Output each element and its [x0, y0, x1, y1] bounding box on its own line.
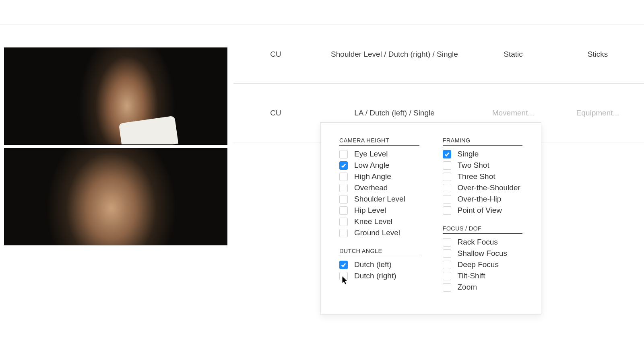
checkbox-icon[interactable] [443, 249, 451, 258]
option-label: Over-the-Shoulder [458, 183, 520, 192]
option-camera_height-3[interactable]: Overhead [339, 183, 419, 192]
equipment-cell[interactable]: Equipment... [555, 108, 640, 118]
dropdown-left-column: CAMERA HEIGHT Eye LevelLow AngleHigh Ang… [339, 137, 419, 302]
option-label: Three Shot [458, 172, 495, 181]
option-label: High Angle [354, 172, 391, 181]
angle-options-dropdown[interactable]: CAMERA HEIGHT Eye LevelLow AngleHigh Ang… [320, 122, 541, 315]
option-camera_height-0[interactable]: Eye Level [339, 150, 419, 158]
option-label: Rack Focus [458, 238, 498, 247]
checkbox-icon[interactable] [443, 173, 451, 181]
checkbox-icon[interactable] [339, 206, 348, 215]
option-framing-2[interactable]: Three Shot [443, 172, 523, 181]
thumbnail-column [0, 25, 233, 249]
checkbox-icon[interactable] [443, 184, 451, 192]
option-label: Eye Level [354, 150, 388, 158]
angle-cell[interactable]: Shoulder Level / Dutch (right) / Single [318, 49, 471, 60]
option-camera_height-7[interactable]: Ground Level [339, 228, 419, 237]
option-label: Zoom [458, 283, 477, 292]
shot-thumbnail-2[interactable] [4, 148, 227, 245]
checkbox-icon[interactable] [339, 150, 348, 158]
checkbox-icon[interactable] [339, 184, 348, 192]
checkbox-icon[interactable] [443, 195, 451, 204]
option-framing-5[interactable]: Point of View [443, 206, 523, 215]
section-title-camera-height: CAMERA HEIGHT [339, 137, 419, 146]
checkbox-icon[interactable] [443, 161, 451, 170]
checkbox-icon[interactable] [339, 261, 348, 269]
option-framing-0[interactable]: Single [443, 150, 523, 158]
option-focus_dof-0[interactable]: Rack Focus [443, 238, 523, 247]
framing-options: SingleTwo ShotThree ShotOver-the-Shoulde… [443, 150, 523, 215]
option-dutch_angle-1[interactable]: Dutch (right) [339, 272, 419, 280]
checkbox-icon[interactable] [443, 238, 451, 247]
checkbox-icon[interactable] [443, 150, 451, 158]
option-camera_height-4[interactable]: Shoulder Level [339, 195, 419, 204]
option-label: Dutch (left) [354, 260, 392, 269]
shot-size-cell[interactable]: CU [233, 108, 318, 118]
focus-dof-options: Rack FocusShallow FocusDeep FocusTilt-Sh… [443, 238, 523, 292]
option-label: Hip Level [354, 206, 386, 215]
option-camera_height-6[interactable]: Knee Level [339, 217, 419, 226]
option-label: Two Shot [458, 161, 489, 170]
movement-cell[interactable]: Static [471, 49, 555, 60]
option-framing-1[interactable]: Two Shot [443, 161, 523, 170]
movement-cell[interactable]: Movement... [471, 108, 555, 118]
option-label: Shoulder Level [354, 195, 405, 204]
option-label: Over-the-Hip [458, 195, 502, 204]
option-label: Overhead [354, 183, 388, 192]
option-label: Low Angle [354, 161, 390, 170]
shot-size-cell[interactable]: CU [233, 49, 318, 60]
option-label: Single [458, 150, 479, 158]
checkbox-icon[interactable] [339, 229, 348, 237]
option-label: Tilt-Shift [458, 272, 485, 280]
option-label: Deep Focus [458, 260, 499, 269]
option-focus_dof-2[interactable]: Deep Focus [443, 260, 523, 269]
checkbox-icon[interactable] [443, 261, 451, 269]
checkbox-icon[interactable] [443, 283, 451, 292]
shot-thumbnail-1[interactable] [4, 47, 227, 145]
checkbox-icon[interactable] [443, 272, 451, 280]
option-label: Dutch (right) [354, 272, 396, 280]
checkbox-icon[interactable] [339, 195, 348, 204]
option-camera_height-2[interactable]: High Angle [339, 172, 419, 181]
option-label: Ground Level [354, 228, 400, 237]
option-label: Shallow Focus [458, 249, 508, 258]
checkbox-icon[interactable] [339, 173, 348, 181]
section-title-focus-dof: FOCUS / DOF [443, 225, 523, 234]
option-dutch_angle-0[interactable]: Dutch (left) [339, 260, 419, 269]
section-title-dutch-angle: DUTCH ANGLE [339, 248, 419, 256]
option-label: Point of View [458, 206, 502, 215]
option-framing-4[interactable]: Over-the-Hip [443, 195, 523, 204]
checkbox-icon[interactable] [339, 272, 348, 280]
angle-cell[interactable]: LA / Dutch (left) / Single [318, 108, 471, 118]
option-camera_height-5[interactable]: Hip Level [339, 206, 419, 215]
header-spacer [0, 0, 644, 25]
option-framing-3[interactable]: Over-the-Shoulder [443, 183, 523, 192]
dropdown-right-column: FRAMING SingleTwo ShotThree ShotOver-the… [443, 137, 523, 302]
dutch-angle-options: Dutch (left)Dutch (right) [339, 260, 419, 280]
option-focus_dof-3[interactable]: Tilt-Shift [443, 272, 523, 280]
section-title-framing: FRAMING [443, 137, 523, 146]
equipment-cell[interactable]: Sticks [555, 49, 640, 60]
checkbox-icon[interactable] [339, 218, 348, 226]
table-row[interactable]: CU Shoulder Level / Dutch (right) / Sing… [233, 25, 644, 84]
checkbox-icon[interactable] [339, 161, 348, 170]
camera-height-options: Eye LevelLow AngleHigh AngleOverheadShou… [339, 150, 419, 237]
option-focus_dof-4[interactable]: Zoom [443, 283, 523, 292]
option-label: Knee Level [354, 217, 392, 226]
checkbox-icon[interactable] [443, 206, 451, 215]
option-focus_dof-1[interactable]: Shallow Focus [443, 249, 523, 258]
option-camera_height-1[interactable]: Low Angle [339, 161, 419, 170]
